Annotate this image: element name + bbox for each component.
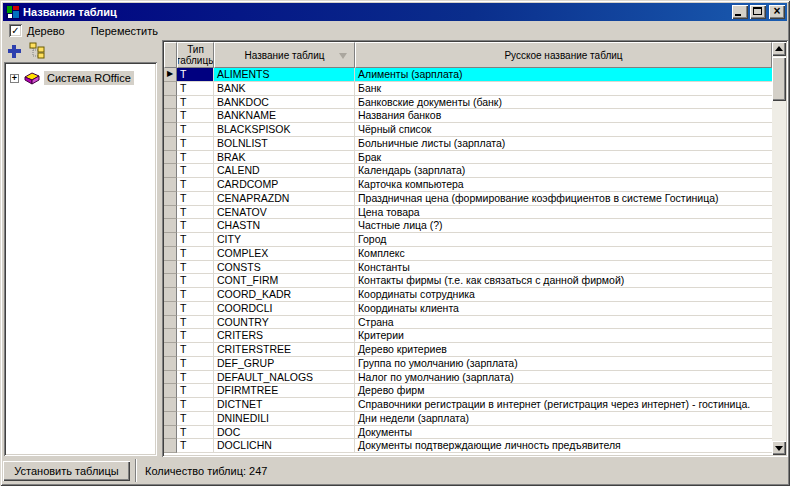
column-header-name[interactable]: Название таблиц xyxy=(214,42,355,68)
cell-table-name[interactable]: BANKDOC xyxy=(214,96,355,110)
move-menu-item[interactable]: Переместить xyxy=(91,25,158,37)
cell-table-name[interactable]: CARDCOMP xyxy=(214,178,355,192)
cell-table-name[interactable]: CONSTS xyxy=(214,261,355,275)
cell-table-rus[interactable]: Налог по умолчанию (зарплата) xyxy=(355,371,772,385)
cell-table-type[interactable]: T xyxy=(177,274,214,288)
cell-table-rus[interactable]: Чёрный список xyxy=(355,123,772,137)
table-row[interactable]: TCENATOVЦена товара xyxy=(164,206,772,220)
cell-table-type[interactable]: T xyxy=(177,137,214,151)
cell-table-rus[interactable]: Справочники регистрации в интернет (реги… xyxy=(355,398,772,412)
table-row[interactable]: ▶TALIMENTSАлименты (зарплата) xyxy=(164,68,772,82)
cell-table-name[interactable]: CITY xyxy=(214,233,355,247)
cell-table-name[interactable]: COMPLEX xyxy=(214,247,355,261)
table-row[interactable]: TCOORDCLIКоординаты клиента xyxy=(164,302,772,316)
table-row[interactable]: TCONSTSКонстанты xyxy=(164,261,772,275)
cell-table-name[interactable]: DICTNET xyxy=(214,398,355,412)
cell-table-type[interactable]: T xyxy=(177,329,214,343)
cell-table-rus[interactable]: Названия банков xyxy=(355,109,772,123)
cell-table-rus[interactable]: Праздничная цена (формирование коэффицие… xyxy=(355,192,772,206)
cell-table-rus[interactable]: Дни недели (зарплата) xyxy=(355,412,772,426)
cell-table-rus[interactable]: Документы подтверждающие личность предъя… xyxy=(355,439,772,453)
cell-table-name[interactable]: CENAPRAZDN xyxy=(214,192,355,206)
cell-table-type[interactable]: T xyxy=(177,96,214,110)
cell-table-type[interactable]: T xyxy=(177,82,214,96)
cell-table-rus[interactable]: Банковские документы (банк) xyxy=(355,96,772,110)
cell-table-name[interactable]: COUNTRY xyxy=(214,316,355,330)
cell-table-type[interactable]: T xyxy=(177,343,214,357)
table-row[interactable]: TBANKБанк xyxy=(164,82,772,96)
cell-table-type[interactable]: T xyxy=(177,426,214,440)
cell-table-type[interactable]: T xyxy=(177,357,214,371)
table-row[interactable]: TCITYГород xyxy=(164,233,772,247)
cell-table-name[interactable]: CALEND xyxy=(214,164,355,178)
cell-table-rus[interactable]: Контакты фирмы (т.е. как связаться с дан… xyxy=(355,274,772,288)
maximize-button[interactable] xyxy=(750,5,766,19)
cell-table-name[interactable]: BANKNAME xyxy=(214,109,355,123)
cell-table-type[interactable]: T xyxy=(177,384,214,398)
scrollbar-thumb[interactable] xyxy=(772,57,786,101)
cell-table-type[interactable]: T xyxy=(177,206,214,220)
table-row[interactable]: TDOCДокументы xyxy=(164,426,772,440)
table-row[interactable]: TCOUNTRYСтрана xyxy=(164,316,772,330)
cell-table-type[interactable]: T xyxy=(177,219,214,233)
cell-table-name[interactable]: DOC xyxy=(214,426,355,440)
cell-table-name[interactable]: CENATOV xyxy=(214,206,355,220)
cell-table-type[interactable]: T xyxy=(177,439,214,453)
cell-table-rus[interactable]: Страна xyxy=(355,316,772,330)
vertical-scrollbar[interactable] xyxy=(772,42,786,455)
cell-table-rus[interactable]: Дерево критериев xyxy=(355,343,772,357)
cell-table-name[interactable]: DFIRMTREE xyxy=(214,384,355,398)
cell-table-type[interactable]: T xyxy=(177,316,214,330)
cell-table-name[interactable]: COORD_KADR xyxy=(214,288,355,302)
cell-table-name[interactable]: DNINEDILI xyxy=(214,412,355,426)
add-button[interactable] xyxy=(4,42,26,60)
cell-table-type[interactable]: T xyxy=(177,178,214,192)
table-row[interactable]: TBOLNLISTБольничные листы (зарплата) xyxy=(164,137,772,151)
table-row[interactable]: TDOCLICHNДокументы подтверждающие личнос… xyxy=(164,439,772,453)
cell-table-name[interactable]: CONT_FIRM xyxy=(214,274,355,288)
cell-table-rus[interactable]: Комплекс xyxy=(355,247,772,261)
cell-table-type[interactable]: T xyxy=(177,398,214,412)
cell-table-name[interactable]: DEF_GRUP xyxy=(214,357,355,371)
cell-table-type[interactable]: T xyxy=(177,302,214,316)
cell-table-name[interactable]: BRAK xyxy=(214,151,355,165)
cell-table-name[interactable]: BLACKSPISOK xyxy=(214,123,355,137)
cell-table-rus[interactable]: Брак xyxy=(355,151,772,165)
table-row[interactable]: TDEF_GRUPГруппа по умолчанию (зарплата) xyxy=(164,357,772,371)
cell-table-type[interactable]: T xyxy=(177,164,214,178)
cell-table-rus[interactable]: Календарь (зарплата) xyxy=(355,164,772,178)
cell-table-type[interactable]: T xyxy=(177,123,214,137)
cell-table-name[interactable]: ALIMENTS xyxy=(214,68,355,82)
cell-table-rus[interactable]: Критерии xyxy=(355,329,772,343)
table-row[interactable]: TCONT_FIRMКонтакты фирмы (т.е. как связа… xyxy=(164,274,772,288)
table-row[interactable]: TCALENDКалендарь (зарплата) xyxy=(164,164,772,178)
cell-table-rus[interactable]: Город xyxy=(355,233,772,247)
install-tables-button[interactable]: Установить таблицы xyxy=(3,461,130,481)
table-row[interactable]: TCARDCOMPКарточка компьютера xyxy=(164,178,772,192)
cell-table-rus[interactable]: Координаты клиента xyxy=(355,302,772,316)
table-row[interactable]: TCENAPRAZDNПраздничная цена (формировани… xyxy=(164,192,772,206)
cell-table-rus[interactable]: Банк xyxy=(355,82,772,96)
cell-table-rus[interactable]: Координаты сотрудника xyxy=(355,288,772,302)
cell-table-name[interactable]: BANK xyxy=(214,82,355,96)
table-row[interactable]: TDFIRMTREEДерево фирм xyxy=(164,384,772,398)
cell-table-type[interactable]: T xyxy=(177,247,214,261)
cell-table-rus[interactable]: Больничные листы (зарплата) xyxy=(355,137,772,151)
cell-table-rus[interactable]: Карточка компьютера xyxy=(355,178,772,192)
cell-table-name[interactable]: CHASTN xyxy=(214,219,355,233)
tree-checkbox[interactable]: ✓ Дерево xyxy=(9,24,65,37)
cell-table-name[interactable]: COORDCLI xyxy=(214,302,355,316)
cell-table-type[interactable]: T xyxy=(177,109,214,123)
cell-table-rus[interactable]: Документы xyxy=(355,426,772,440)
cell-table-rus[interactable]: Частные лица (?) xyxy=(355,219,772,233)
cell-table-rus[interactable]: Алименты (зарплата) xyxy=(355,68,772,82)
table-row[interactable]: TBRAKБрак xyxy=(164,151,772,165)
column-header-type[interactable]: Тип таблицы xyxy=(177,42,214,68)
close-button[interactable]: × xyxy=(769,5,785,19)
cell-table-name[interactable]: CRITERSTREE xyxy=(214,343,355,357)
cell-table-type[interactable]: T xyxy=(177,371,214,385)
cell-table-type[interactable]: T xyxy=(177,233,214,247)
cell-table-name[interactable]: CRITERS xyxy=(214,329,355,343)
tree-item-roffice[interactable]: + Система ROffice xyxy=(10,70,134,86)
cell-table-rus[interactable]: Группа по умолчанию (зарплата) xyxy=(355,357,772,371)
